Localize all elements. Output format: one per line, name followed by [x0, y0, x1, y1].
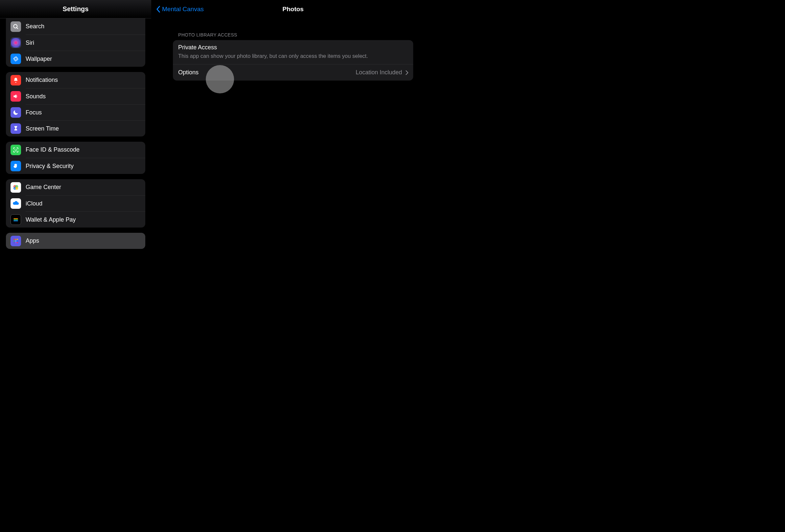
sidebar-item-label: Game Center [26, 184, 61, 191]
photo-access-group: Private Access This app can show your ph… [173, 40, 413, 80]
speaker-icon [10, 91, 21, 102]
sidebar-item-label: Notifications [26, 77, 58, 83]
private-access-description: This app can show your photo library, bu… [178, 52, 408, 59]
sidebar-item-label: iCloud [26, 200, 43, 207]
svg-point-6 [15, 149, 15, 149]
hand-icon [10, 161, 21, 171]
svg-rect-20 [17, 240, 18, 241]
search-icon [10, 21, 21, 32]
svg-rect-18 [14, 240, 15, 241]
svg-rect-16 [15, 239, 16, 240]
sidebar-item-label: Wallpaper [26, 56, 52, 62]
sidebar-group: Face ID & Passcode Privacy & Security [6, 142, 145, 174]
svg-rect-19 [15, 240, 16, 241]
sidebar-item-search[interactable]: Search [6, 19, 145, 34]
bell-icon [10, 75, 21, 85]
section-header: PHOTO LIBRARY ACCESS [178, 32, 435, 37]
sidebar-item-face-id[interactable]: Face ID & Passcode [6, 142, 145, 158]
wallet-icon [10, 214, 21, 225]
sidebar-group: Notifications Sounds Focus Screen Time [6, 72, 145, 136]
options-label: Options [178, 69, 199, 76]
private-access-title: Private Access [178, 44, 408, 51]
sidebar-item-focus[interactable]: Focus [26, 104, 145, 120]
svg-rect-14 [14, 221, 18, 222]
faceid-icon [10, 145, 21, 155]
moon-icon [10, 107, 21, 118]
wallpaper-icon [10, 54, 21, 64]
sidebar-item-label: Siri [26, 40, 34, 46]
hourglass-icon [10, 123, 21, 134]
sidebar-item-game-center[interactable]: Game Center [6, 179, 145, 195]
sidebar-item-label: Focus [26, 109, 42, 116]
svg-rect-23 [17, 242, 18, 243]
detail-header: Mental Canvas Photos [151, 0, 435, 19]
sidebar-group: Game Center iCloud Wallet & Apple Pay [6, 179, 145, 228]
svg-rect-13 [14, 219, 18, 220]
svg-point-4 [15, 58, 17, 60]
sidebar-item-wallpaper[interactable]: Wallpaper [26, 51, 145, 67]
sidebar-group: Search Siri Wallpaper [6, 19, 145, 67]
sidebar-item-label: Face ID & Passcode [26, 146, 80, 153]
svg-point-11 [15, 187, 18, 190]
options-value: Location Included [356, 69, 409, 76]
sidebar-item-label: Wallet & Apple Pay [26, 217, 76, 223]
back-label: Mental Canvas [162, 6, 204, 13]
sidebar-item-notifications[interactable]: Notifications [6, 72, 145, 88]
sidebar-item-apps[interactable]: Apps [6, 233, 145, 249]
sidebar-item-label: Apps [26, 237, 39, 244]
svg-point-3 [15, 42, 17, 44]
detail-pane: Mental Canvas Photos PHOTO LIBRARY ACCES… [151, 0, 435, 295]
sidebar-group: Apps [6, 233, 145, 249]
back-button[interactable]: Mental Canvas [156, 6, 204, 13]
sidebar-item-label: Sounds [26, 93, 46, 100]
sidebar-item-label: Privacy & Security [26, 163, 74, 170]
svg-line-1 [17, 27, 18, 29]
sidebar-item-screen-time[interactable]: Screen Time [26, 120, 145, 136]
svg-rect-17 [17, 239, 18, 240]
sidebar-item-label: Search [26, 23, 44, 30]
svg-point-2 [14, 41, 18, 45]
svg-rect-21 [14, 242, 15, 243]
svg-rect-22 [15, 242, 16, 243]
sidebar-item-siri[interactable]: Siri [26, 34, 145, 51]
sidebar-item-label: Screen Time [26, 125, 59, 132]
sidebar-item-icloud[interactable]: iCloud [26, 195, 145, 211]
chevron-left-icon [156, 6, 160, 13]
siri-icon [10, 37, 21, 48]
cloud-icon [10, 198, 21, 209]
gamecenter-icon [10, 182, 21, 193]
sidebar-item-wallet[interactable]: Wallet & Apple Pay [26, 211, 145, 228]
options-row[interactable]: Options Location Included [173, 64, 413, 80]
svg-point-0 [14, 24, 17, 28]
sidebar-title: Settings [0, 0, 151, 19]
private-access-info: Private Access This app can show your ph… [173, 40, 413, 64]
chevron-right-icon [405, 70, 409, 75]
svg-rect-12 [14, 218, 18, 219]
svg-rect-15 [14, 239, 15, 240]
settings-sidebar: Settings Search Siri Wallpaper [0, 0, 151, 295]
sidebar-item-sounds[interactable]: Sounds [26, 88, 145, 104]
apps-grid-icon [10, 236, 21, 246]
sidebar-item-privacy[interactable]: Privacy & Security [26, 158, 145, 174]
svg-point-7 [17, 149, 17, 149]
page-title: Photos [282, 6, 303, 13]
svg-point-5 [14, 57, 18, 61]
